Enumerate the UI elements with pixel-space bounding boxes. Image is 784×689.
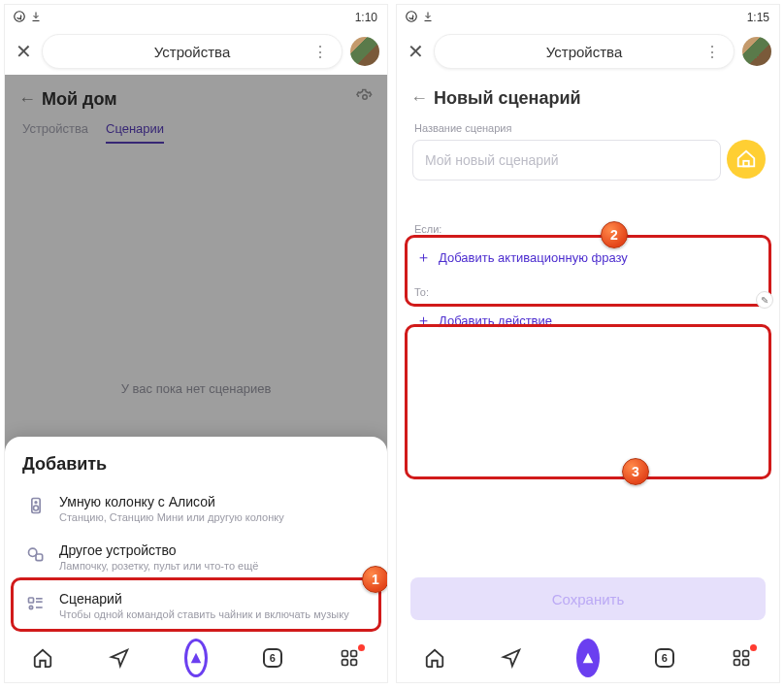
edit-pencil-icon[interactable]: ✎	[756, 291, 773, 309]
callout-badge-2: 2	[601, 221, 628, 248]
add-activation-phrase[interactable]: ＋ Добавить активационную фразу	[397, 241, 779, 275]
row-title: Сценарий	[59, 591, 349, 607]
svg-rect-13	[350, 651, 356, 657]
bottom-nav: 6	[397, 634, 779, 682]
plus-icon: ＋	[416, 248, 431, 267]
back-arrow-icon[interactable]: ←	[410, 88, 428, 109]
svg-rect-20	[734, 660, 739, 666]
svg-rect-18	[734, 651, 739, 657]
device-icon	[24, 542, 48, 566]
scenario-name-input[interactable]: Мой новый сценарий	[412, 140, 721, 180]
notification-dot	[750, 644, 757, 651]
more-icon[interactable]: ⋮	[704, 43, 720, 61]
if-label: Если:	[397, 206, 779, 241]
row-subtitle: Лампочку, розетку, пульт или что-то ещё	[59, 560, 258, 572]
avatar[interactable]	[742, 37, 771, 66]
page-title: Устройства	[154, 44, 230, 60]
page-title: Устройства	[546, 44, 622, 60]
main-area: ← Мой дом Устройства Сценарии У вас пока…	[5, 75, 387, 634]
sheet-title: Добавить	[22, 454, 370, 475]
add-scenario-row[interactable]: Сценарий Чтобы одной командой ставить ча…	[22, 581, 370, 630]
tabs-count[interactable]: 6	[653, 646, 676, 670]
whatsapp-icon	[13, 10, 26, 26]
svg-rect-12	[342, 651, 347, 657]
subheader: ← Мой дом	[5, 75, 387, 115]
clock-time: 1:10	[355, 11, 377, 24]
svg-rect-6	[36, 554, 43, 561]
send-icon[interactable]	[108, 646, 131, 670]
scenario-form: Название сценария Мой новый сценарий ✎ 2…	[397, 111, 779, 634]
apps-icon[interactable]	[338, 646, 361, 670]
gear-icon[interactable]	[356, 88, 374, 110]
home-title: Мой дом	[42, 89, 117, 110]
svg-rect-17	[743, 161, 749, 167]
bottom-sheet: Добавить Умную колонку с Алисой Станцию,…	[5, 437, 387, 634]
row-subtitle: Чтобы одной командой ставить чайник и вк…	[59, 608, 349, 620]
tab-devices[interactable]: Устройства	[22, 121, 88, 144]
notification-dot	[358, 644, 365, 651]
whatsapp-icon	[405, 10, 418, 26]
apps-icon[interactable]	[730, 646, 753, 670]
avatar[interactable]	[350, 37, 379, 66]
home-icon[interactable]	[31, 646, 54, 670]
tab-scenarios[interactable]: Сценарии	[106, 121, 164, 144]
svg-rect-19	[742, 651, 748, 657]
alisa-button[interactable]	[576, 646, 600, 670]
close-icon[interactable]: ✕	[13, 40, 34, 63]
back-arrow-icon[interactable]: ←	[18, 89, 36, 110]
svg-point-10	[29, 606, 32, 608]
more-icon[interactable]: ⋮	[312, 43, 328, 61]
screen-left: 1:10 ✕ Устройства ⋮ ← Мой дом Устройства…	[4, 4, 388, 683]
screen-right: 1:15 ✕ Устройства ⋮ ← Новый сценарий Наз…	[396, 4, 780, 683]
plus-icon: ＋	[416, 312, 431, 330]
row-title: Другое устройство	[59, 542, 258, 558]
callout-badge-3: 3	[622, 458, 649, 485]
status-bar: 1:10	[5, 5, 387, 28]
bottom-nav: 6	[5, 634, 387, 682]
name-label: Название сценария	[397, 111, 779, 140]
header-bar: ✕ Устройства ⋮	[397, 28, 779, 75]
then-label: То:	[397, 275, 779, 304]
svg-point-3	[34, 506, 39, 510]
title-pill[interactable]: Устройства ⋮	[42, 34, 343, 69]
subheader: ← Новый сценарий	[397, 75, 779, 111]
alisa-button[interactable]	[184, 646, 208, 670]
download-icon	[30, 11, 42, 25]
row-title: Умную колонку с Алисой	[59, 494, 284, 509]
add-device-row[interactable]: Другое устройство Лампочку, розетку, пул…	[22, 533, 370, 581]
svg-rect-15	[350, 660, 356, 666]
tabs: Устройства Сценарии	[5, 115, 387, 144]
callout-badge-1: 1	[362, 566, 388, 593]
svg-point-1	[363, 95, 368, 100]
row-subtitle: Станцию, Станцию Мини или другую колонку	[59, 511, 284, 523]
speaker-icon	[24, 494, 48, 517]
svg-point-16	[407, 11, 417, 21]
save-button[interactable]: Сохранить	[410, 577, 766, 620]
svg-rect-14	[342, 660, 347, 666]
scenario-icon	[24, 591, 48, 614]
svg-rect-21	[742, 660, 748, 666]
title-pill[interactable]: Устройства ⋮	[434, 34, 735, 69]
header-bar: ✕ Устройства ⋮	[5, 28, 387, 75]
scenario-color-icon[interactable]	[727, 140, 766, 179]
send-icon[interactable]	[500, 646, 523, 670]
new-scenario-title: Новый сценарий	[434, 88, 581, 109]
tabs-count[interactable]: 6	[261, 646, 284, 670]
close-icon[interactable]: ✕	[405, 40, 426, 63]
download-icon	[422, 11, 434, 25]
status-bar: 1:15	[397, 5, 779, 28]
svg-rect-7	[29, 598, 34, 603]
clock-time: 1:15	[747, 11, 769, 24]
home-icon[interactable]	[423, 646, 446, 670]
add-action[interactable]: ＋ Добавить действие	[397, 304, 779, 338]
svg-point-0	[15, 11, 25, 21]
add-speaker-row[interactable]: Умную колонку с Алисой Станцию, Станцию …	[22, 484, 370, 533]
svg-point-4	[35, 502, 37, 504]
